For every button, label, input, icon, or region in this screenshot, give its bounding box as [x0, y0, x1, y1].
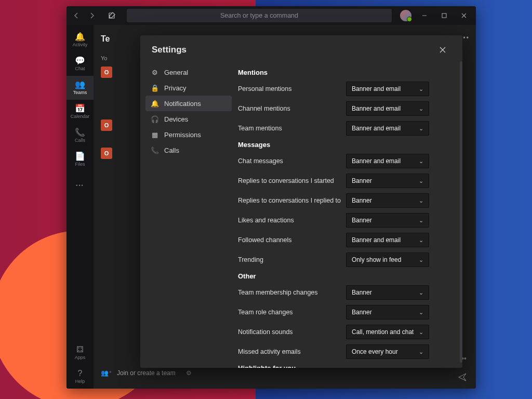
- search-placeholder: Search or type a command: [220, 12, 298, 19]
- dropdown-role-changes[interactable]: Banner⌄: [346, 305, 429, 320]
- setting-label: Channel mentions: [238, 105, 342, 112]
- your-teams-label: Yo: [101, 55, 117, 61]
- forward-button[interactable]: [85, 9, 99, 22]
- profile-avatar[interactable]: [400, 10, 411, 21]
- nav-notifications[interactable]: 🔔 Notifications: [145, 96, 232, 111]
- dropdown-team-mentions[interactable]: Banner and email ⌄: [346, 121, 429, 136]
- settings-content[interactable]: Mentions Personal mentions Banner and em…: [237, 61, 462, 368]
- manage-teams-icon[interactable]: ⚙: [186, 369, 192, 377]
- close-settings-button[interactable]: [440, 47, 451, 53]
- nav-general[interactable]: ⚙ General: [145, 64, 232, 80]
- apps-icon: ⚃: [76, 345, 84, 354]
- rail-calls[interactable]: 📞 Calls: [66, 124, 94, 148]
- left-rail: 🔔 Activity 💬 Chat 👥 Teams 📅 Calendar 📞 C…: [66, 25, 94, 389]
- dropdown-channel-mentions[interactable]: Banner and email ⌄: [346, 101, 429, 116]
- dropdown-trending[interactable]: Only show in feed⌄: [346, 252, 429, 267]
- nav-label: Devices: [164, 115, 188, 123]
- gear-icon: ⚙: [151, 69, 159, 76]
- rail-chat[interactable]: 💬 Chat: [66, 52, 94, 76]
- section-mentions: Mentions: [238, 69, 461, 76]
- dropdown-likes-reactions[interactable]: Banner⌄: [346, 213, 429, 228]
- row-notification-sounds: Notification sounds Call, mention and ch…: [238, 325, 461, 339]
- dropdown-value: Banner: [352, 177, 372, 184]
- maximize-button[interactable]: [435, 6, 453, 25]
- chevron-down-icon: ⌄: [419, 105, 423, 112]
- nav-privacy[interactable]: 🔒 Privacy: [145, 80, 232, 96]
- main-content: Te ◎ Team ••• Yo O O O Aᵢ 📎 ☺ GIF ▣ 🎥 ▷ …: [94, 25, 476, 389]
- setting-label: Team membership changes: [238, 289, 342, 296]
- dropdown-missed-activity-emails[interactable]: Once every hour⌄: [346, 344, 429, 359]
- chevron-down-icon: ⌄: [419, 349, 423, 355]
- dropdown-value: Banner and email: [352, 157, 401, 165]
- close-window-button[interactable]: [455, 6, 473, 25]
- section-highlights: Highlights for you: [238, 364, 461, 368]
- row-likes-reactions: Likes and reactions Banner⌄: [238, 213, 461, 228]
- dropdown-value: Banner and email: [352, 125, 401, 132]
- row-role-changes: Team role changes Banner⌄: [238, 305, 461, 320]
- dropdown-value: Banner: [352, 217, 372, 224]
- dropdown-value: Banner: [352, 197, 372, 204]
- setting-label: Personal mentions: [238, 85, 342, 92]
- setting-label: Trending: [238, 256, 342, 263]
- nav-label: Notifications: [164, 100, 201, 108]
- rail-label: Activity: [73, 42, 88, 47]
- rail-help[interactable]: ? Help: [66, 365, 94, 389]
- page-title: Te: [101, 34, 110, 44]
- row-trending: Trending Only show in feed⌄: [238, 252, 461, 267]
- chevron-down-icon: ⌄: [419, 158, 423, 165]
- nav-calls[interactable]: 📞 Calls: [145, 142, 232, 158]
- search-box[interactable]: Search or type a command: [127, 9, 392, 22]
- setting-label: Missed activity emails: [238, 348, 342, 355]
- nav-label: Privacy: [164, 84, 187, 92]
- chevron-down-icon: ⌄: [419, 178, 423, 184]
- permissions-icon: ▦: [151, 131, 159, 139]
- chat-icon: 💬: [75, 57, 85, 65]
- teams-app-window: Search or type a command 🔔 Activity 💬 Ch…: [66, 6, 476, 389]
- setting-label: Chat messages: [238, 157, 342, 165]
- chevron-down-icon: ⌄: [419, 217, 423, 224]
- dropdown-notification-sounds[interactable]: Call, mention and chat⌄: [346, 325, 429, 339]
- nav-devices[interactable]: 🎧 Devices: [145, 111, 232, 127]
- team-tile[interactable]: O: [101, 66, 112, 78]
- join-team-icon[interactable]: 👥⁺: [101, 369, 112, 377]
- nav-label: General: [164, 69, 188, 76]
- join-team-label[interactable]: Join or create a team: [117, 369, 176, 377]
- dropdown-replies-replied[interactable]: Banner⌄: [346, 193, 429, 208]
- help-icon: ?: [78, 369, 83, 378]
- dropdown-value: Only show in feed: [352, 256, 401, 263]
- dropdown-replies-started[interactable]: Banner⌄: [346, 174, 429, 188]
- back-button[interactable]: [70, 9, 83, 22]
- dropdown-value: Banner: [352, 309, 372, 316]
- nav-permissions[interactable]: ▦ Permissions: [145, 127, 232, 142]
- rail-calendar[interactable]: 📅 Calendar: [66, 100, 94, 124]
- rail-files[interactable]: 📄 Files: [66, 148, 94, 171]
- row-missed-activity-emails: Missed activity emails Once every hour⌄: [238, 344, 461, 359]
- rail-teams[interactable]: 👥 Teams: [66, 76, 94, 100]
- setting-label: Followed channels: [238, 236, 342, 244]
- phone-icon: 📞: [75, 128, 85, 137]
- dropdown-membership-changes[interactable]: Banner⌄: [346, 285, 429, 300]
- dropdown-chat-messages[interactable]: Banner and email⌄: [346, 154, 429, 168]
- minimize-button[interactable]: [416, 6, 433, 25]
- teams-icon: 👥: [75, 81, 85, 89]
- bell-icon: 🔔: [75, 33, 85, 41]
- setting-label: Replies to conversations I replied to: [238, 197, 342, 204]
- rail-more[interactable]: •••: [66, 174, 94, 197]
- settings-title: Settings: [152, 45, 187, 55]
- rail-label: Help: [75, 379, 85, 384]
- lock-icon: 🔒: [151, 84, 159, 92]
- row-replies-started: Replies to conversations I started Banne…: [238, 174, 461, 188]
- dropdown-value: Banner and email: [352, 236, 401, 244]
- dropdown-followed-channels[interactable]: Banner and email⌄: [346, 233, 429, 247]
- team-tile[interactable]: O: [101, 119, 112, 131]
- chevron-down-icon: ⌄: [419, 125, 423, 132]
- setting-label: Notification sounds: [238, 328, 342, 336]
- compose-button[interactable]: [105, 12, 118, 19]
- team-tile[interactable]: O: [101, 148, 112, 159]
- settings-nav: ⚙ General 🔒 Privacy 🔔 Notifications 🎧 De…: [140, 61, 237, 368]
- chevron-down-icon: ⌄: [419, 289, 423, 296]
- rail-activity[interactable]: 🔔 Activity: [66, 28, 94, 52]
- rail-apps[interactable]: ⚃ Apps: [66, 341, 94, 365]
- dropdown-personal-mentions[interactable]: Banner and email ⌄: [346, 82, 429, 96]
- section-other: Other: [238, 272, 461, 280]
